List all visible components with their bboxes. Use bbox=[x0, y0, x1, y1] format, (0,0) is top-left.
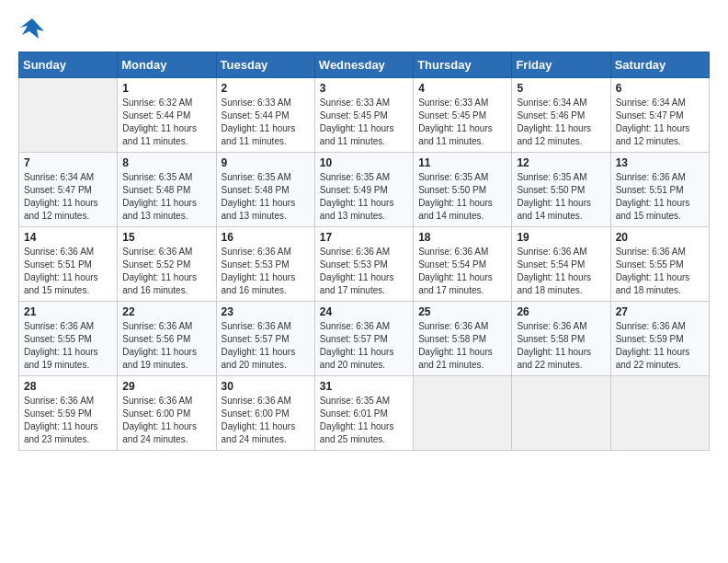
sunrise-text: Sunrise: 6:35 AM bbox=[320, 172, 390, 182]
sunrise-text: Sunrise: 6:36 AM bbox=[24, 396, 94, 406]
sunset-text: Sunset: 6:01 PM bbox=[320, 408, 388, 419]
sunrise-text: Sunrise: 6:36 AM bbox=[418, 321, 488, 331]
sunrise-text: Sunrise: 6:36 AM bbox=[24, 321, 94, 331]
calendar-day-cell: 3Sunrise: 6:33 AMSunset: 5:45 PMDaylight… bbox=[314, 78, 413, 153]
calendar-day-cell: 25Sunrise: 6:36 AMSunset: 5:58 PMDayligh… bbox=[414, 302, 512, 376]
calendar-day-cell: 15Sunrise: 6:36 AMSunset: 5:52 PMDayligh… bbox=[118, 227, 216, 302]
calendar-day-cell bbox=[414, 376, 512, 451]
daylight-text: Daylight: 11 hours and 24 minutes. bbox=[222, 421, 296, 444]
daylight-text: Daylight: 11 hours and 16 minutes. bbox=[122, 272, 197, 295]
sunset-text: Sunset: 5:54 PM bbox=[517, 259, 585, 270]
weekday-header-tuesday: Tuesday bbox=[216, 52, 314, 78]
calendar-day-cell: 11Sunrise: 6:35 AMSunset: 5:50 PMDayligh… bbox=[414, 153, 512, 227]
day-info: Sunrise: 6:35 AMSunset: 5:48 PMDaylight:… bbox=[122, 171, 210, 223]
day-info: Sunrise: 6:36 AMSunset: 6:00 PMDaylight:… bbox=[122, 395, 210, 446]
calendar-day-cell: 16Sunrise: 6:36 AMSunset: 5:53 PMDayligh… bbox=[216, 227, 314, 302]
day-info: Sunrise: 6:36 AMSunset: 5:55 PMDaylight:… bbox=[616, 246, 704, 297]
day-number: 5 bbox=[517, 82, 605, 95]
calendar-day-cell: 1Sunrise: 6:32 AMSunset: 5:44 PMDaylight… bbox=[118, 78, 216, 153]
daylight-text: Daylight: 11 hours and 17 minutes. bbox=[320, 272, 394, 295]
calendar-day-cell: 10Sunrise: 6:35 AMSunset: 5:49 PMDayligh… bbox=[314, 153, 413, 227]
sunset-text: Sunset: 5:59 PM bbox=[616, 334, 684, 344]
sunset-text: Sunset: 5:50 PM bbox=[418, 185, 486, 195]
calendar-day-cell bbox=[610, 376, 709, 451]
calendar-day-cell: 20Sunrise: 6:36 AMSunset: 5:55 PMDayligh… bbox=[610, 227, 709, 302]
calendar-day-cell: 4Sunrise: 6:33 AMSunset: 5:45 PMDaylight… bbox=[414, 78, 512, 153]
daylight-text: Daylight: 11 hours and 22 minutes. bbox=[616, 347, 690, 370]
day-number: 30 bbox=[222, 380, 310, 393]
sunset-text: Sunset: 5:44 PM bbox=[222, 110, 290, 121]
sunrise-text: Sunrise: 6:35 AM bbox=[222, 172, 291, 182]
day-number: 21 bbox=[24, 305, 112, 318]
sunset-text: Sunset: 5:58 PM bbox=[517, 334, 585, 344]
day-number: 8 bbox=[122, 156, 210, 169]
sunset-text: Sunset: 5:56 PM bbox=[122, 334, 190, 344]
calendar-day-cell: 26Sunrise: 6:36 AMSunset: 5:58 PMDayligh… bbox=[512, 302, 610, 376]
page: SundayMondayTuesdayWednesdayThursdayFrid… bbox=[0, 0, 728, 563]
day-info: Sunrise: 6:36 AMSunset: 5:57 PMDaylight:… bbox=[320, 320, 408, 372]
calendar-day-cell: 24Sunrise: 6:36 AMSunset: 5:57 PMDayligh… bbox=[314, 302, 413, 376]
day-info: Sunrise: 6:36 AMSunset: 5:52 PMDaylight:… bbox=[122, 246, 210, 297]
sunrise-text: Sunrise: 6:36 AM bbox=[616, 321, 686, 331]
calendar-week-row: 1Sunrise: 6:32 AMSunset: 5:44 PMDaylight… bbox=[19, 78, 710, 153]
day-number: 27 bbox=[616, 305, 704, 318]
daylight-text: Daylight: 11 hours and 12 minutes. bbox=[616, 123, 690, 146]
day-number: 31 bbox=[320, 380, 408, 393]
sunrise-text: Sunrise: 6:34 AM bbox=[24, 172, 94, 182]
calendar-day-cell: 12Sunrise: 6:35 AMSunset: 5:50 PMDayligh… bbox=[512, 153, 610, 227]
calendar-day-cell: 7Sunrise: 6:34 AMSunset: 5:47 PMDaylight… bbox=[19, 153, 118, 227]
sunrise-text: Sunrise: 6:36 AM bbox=[24, 247, 94, 257]
day-info: Sunrise: 6:36 AMSunset: 5:58 PMDaylight:… bbox=[517, 320, 605, 372]
weekday-header-row: SundayMondayTuesdayWednesdayThursdayFrid… bbox=[19, 52, 710, 78]
daylight-text: Daylight: 11 hours and 14 minutes. bbox=[418, 198, 493, 221]
sunrise-text: Sunrise: 6:36 AM bbox=[122, 396, 192, 406]
day-info: Sunrise: 6:36 AMSunset: 6:00 PMDaylight:… bbox=[222, 395, 310, 446]
sunrise-text: Sunrise: 6:36 AM bbox=[616, 247, 686, 257]
weekday-header-saturday: Saturday bbox=[610, 52, 709, 78]
weekday-header-sunday: Sunday bbox=[19, 52, 118, 78]
calendar-day-cell: 30Sunrise: 6:36 AMSunset: 6:00 PMDayligh… bbox=[216, 376, 314, 451]
day-info: Sunrise: 6:35 AMSunset: 5:49 PMDaylight:… bbox=[320, 171, 408, 223]
calendar-day-cell: 6Sunrise: 6:34 AMSunset: 5:47 PMDaylight… bbox=[610, 78, 709, 153]
day-info: Sunrise: 6:35 AMSunset: 5:50 PMDaylight:… bbox=[517, 171, 605, 223]
sunrise-text: Sunrise: 6:34 AM bbox=[517, 98, 586, 108]
header bbox=[18, 15, 710, 42]
daylight-text: Daylight: 11 hours and 12 minutes. bbox=[517, 123, 591, 146]
day-number: 7 bbox=[24, 156, 112, 169]
sunrise-text: Sunrise: 6:36 AM bbox=[122, 321, 192, 331]
calendar-week-row: 28Sunrise: 6:36 AMSunset: 5:59 PMDayligh… bbox=[19, 376, 710, 451]
day-number: 9 bbox=[222, 156, 310, 169]
day-info: Sunrise: 6:36 AMSunset: 5:56 PMDaylight:… bbox=[122, 320, 210, 372]
calendar-day-cell: 17Sunrise: 6:36 AMSunset: 5:53 PMDayligh… bbox=[314, 227, 413, 302]
sunset-text: Sunset: 6:00 PM bbox=[122, 408, 190, 419]
day-number: 23 bbox=[222, 305, 310, 318]
weekday-header-wednesday: Wednesday bbox=[314, 52, 413, 78]
daylight-text: Daylight: 11 hours and 24 minutes. bbox=[122, 421, 197, 444]
sunrise-text: Sunrise: 6:36 AM bbox=[320, 247, 390, 257]
daylight-text: Daylight: 11 hours and 17 minutes. bbox=[418, 272, 493, 295]
day-number: 17 bbox=[320, 231, 408, 244]
calendar-day-cell bbox=[512, 376, 610, 451]
daylight-text: Daylight: 11 hours and 19 minutes. bbox=[122, 347, 197, 370]
sunset-text: Sunset: 5:48 PM bbox=[122, 185, 190, 195]
calendar-day-cell: 28Sunrise: 6:36 AMSunset: 5:59 PMDayligh… bbox=[19, 376, 118, 451]
day-number: 15 bbox=[122, 231, 210, 244]
day-info: Sunrise: 6:36 AMSunset: 5:57 PMDaylight:… bbox=[222, 320, 310, 372]
daylight-text: Daylight: 11 hours and 11 minutes. bbox=[418, 123, 493, 146]
calendar-day-cell: 22Sunrise: 6:36 AMSunset: 5:56 PMDayligh… bbox=[118, 302, 216, 376]
sunrise-text: Sunrise: 6:33 AM bbox=[222, 98, 291, 108]
logo bbox=[18, 15, 50, 42]
sunset-text: Sunset: 5:54 PM bbox=[418, 259, 486, 270]
daylight-text: Daylight: 11 hours and 22 minutes. bbox=[517, 347, 591, 370]
sunset-text: Sunset: 5:45 PM bbox=[418, 110, 486, 121]
day-number: 4 bbox=[418, 82, 506, 95]
sunset-text: Sunset: 6:00 PM bbox=[222, 408, 290, 419]
day-number: 26 bbox=[517, 305, 605, 318]
day-number: 18 bbox=[418, 231, 506, 244]
daylight-text: Daylight: 11 hours and 20 minutes. bbox=[222, 347, 296, 370]
sunrise-text: Sunrise: 6:36 AM bbox=[122, 247, 192, 257]
day-number: 22 bbox=[122, 305, 210, 318]
sunset-text: Sunset: 5:53 PM bbox=[320, 259, 388, 270]
weekday-header-monday: Monday bbox=[118, 52, 216, 78]
sunset-text: Sunset: 5:51 PM bbox=[616, 185, 684, 195]
